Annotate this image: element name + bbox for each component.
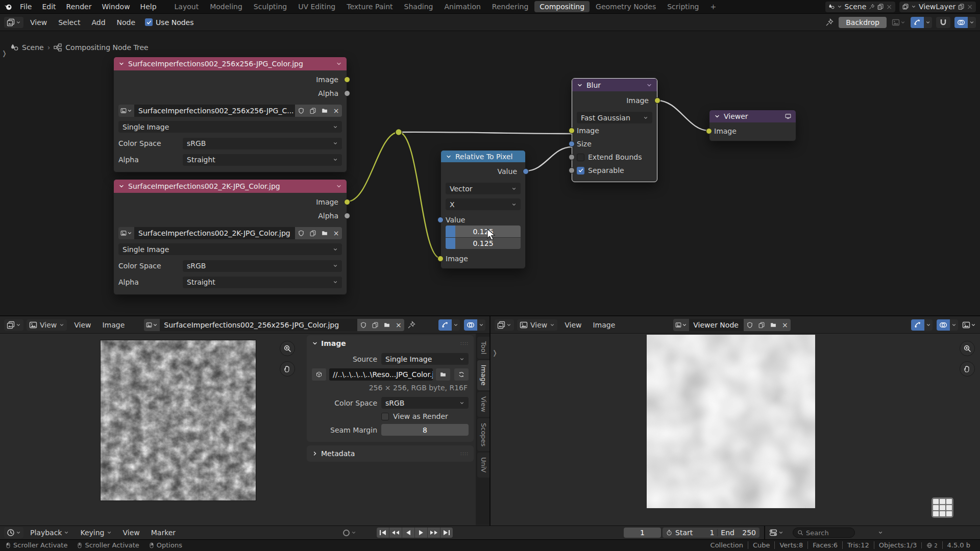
editor-type-button[interactable] xyxy=(495,319,514,331)
auto-key-button[interactable] xyxy=(343,530,356,536)
value-x-slider[interactable]: 0.125 xyxy=(446,226,521,237)
chevron-down-icon[interactable] xyxy=(646,82,652,88)
display-mode-dropdown[interactable]: View xyxy=(517,319,557,331)
fake-user-button[interactable] xyxy=(744,319,755,331)
properties-editor-button[interactable] xyxy=(769,529,783,537)
editor-type-button[interactable] xyxy=(4,527,23,538)
axis-dropdown[interactable]: X xyxy=(446,198,521,210)
image-node-2k[interactable]: SurfaceImperfections002_2K-JPG_Color.jpg… xyxy=(113,179,347,295)
input-socket-size[interactable] xyxy=(569,141,575,147)
menu-marker[interactable]: Marker xyxy=(146,528,180,538)
collapse-chevron-icon[interactable] xyxy=(118,183,125,189)
viewer-node[interactable]: Viewer Image xyxy=(709,110,796,141)
menu-view[interactable]: View xyxy=(118,528,144,538)
mode-dropdown[interactable]: Vector xyxy=(446,183,521,194)
input-socket-extend-bounds[interactable] xyxy=(569,154,575,160)
pan-button[interactable] xyxy=(960,361,975,377)
collapse-chevron-icon[interactable] xyxy=(714,113,720,119)
menu-edit[interactable]: Edit xyxy=(37,2,60,12)
menu-render[interactable]: Render xyxy=(62,2,96,12)
separable-checkbox[interactable] xyxy=(577,167,584,174)
open-button[interactable] xyxy=(767,319,779,331)
unlink-button[interactable]: × xyxy=(393,319,404,331)
image-datablock[interactable]: SurfaceImperfections002_256x256-JPG_Colo… xyxy=(144,319,404,331)
menu-image[interactable]: Image xyxy=(98,320,129,330)
menu-node[interactable]: Node xyxy=(112,17,140,28)
input-socket-separable[interactable] xyxy=(569,167,575,173)
datablock-name[interactable]: Viewer Node xyxy=(689,319,744,331)
tab-rendering[interactable]: Rendering xyxy=(487,1,534,12)
pin-icon[interactable] xyxy=(825,18,834,27)
filepath-field[interactable]: //..\..\..\..\..\Reso...JPG_Color.jpg xyxy=(329,368,433,381)
input-socket-image[interactable] xyxy=(569,128,575,134)
image-datablock[interactable]: SurfaceImperfections002_2K-JPG_Color.jpg… xyxy=(118,227,342,239)
chevron-down-icon[interactable] xyxy=(878,530,883,535)
jump-to-start-button[interactable] xyxy=(377,528,389,538)
image-pin-dropdown[interactable] xyxy=(962,321,976,329)
collapse-chevron-icon[interactable] xyxy=(577,82,583,88)
menu-view[interactable]: View xyxy=(26,17,52,28)
seam-margin-field[interactable]: 8 xyxy=(381,424,469,436)
fake-user-button[interactable] xyxy=(295,105,307,117)
copy-icon[interactable] xyxy=(877,4,884,10)
tab-modeling[interactable]: Modeling xyxy=(205,1,248,12)
editor-type-button[interactable] xyxy=(4,17,23,28)
filter-type-dropdown[interactable]: Fast Gaussian xyxy=(577,112,652,123)
pan-button[interactable] xyxy=(280,361,295,377)
menu-playback[interactable]: Playback xyxy=(26,528,74,538)
pack-button[interactable] xyxy=(312,368,326,381)
drag-handle-icon[interactable]: :::: xyxy=(460,451,469,456)
value-y-slider[interactable]: 0.125 xyxy=(446,237,521,249)
tab-shading[interactable]: Shading xyxy=(399,1,438,12)
tab-uv-editing[interactable]: UV Editing xyxy=(293,1,340,12)
prev-frame-button[interactable] xyxy=(402,528,414,538)
breadcrumb-scene[interactable]: Scene xyxy=(22,43,44,52)
snapping-toggle[interactable] xyxy=(936,17,950,28)
input-socket-image[interactable] xyxy=(706,128,712,134)
open-button[interactable] xyxy=(381,319,393,331)
start-frame-field[interactable]: 1 xyxy=(696,529,714,537)
current-frame-field[interactable]: 1 xyxy=(624,528,661,538)
zoom-button[interactable] xyxy=(280,341,295,356)
source-dropdown[interactable]: Single Image xyxy=(118,121,342,133)
collapse-chevron-icon[interactable] xyxy=(446,154,452,160)
relative-to-pixel-node[interactable]: Relative To Pixel Value Vector X Value 0… xyxy=(440,150,526,269)
jump-to-end-button[interactable] xyxy=(440,528,453,538)
unlink-button[interactable]: × xyxy=(779,319,791,331)
play-button[interactable] xyxy=(415,528,427,538)
fake-user-button[interactable] xyxy=(357,319,369,331)
unlink-button[interactable]: × xyxy=(330,105,342,117)
gizmos-toggle[interactable] xyxy=(438,319,460,331)
node-editor-canvas[interactable]: ❭ Scene › Compositing Node Tree SurfaceI… xyxy=(0,31,980,316)
input-socket-image[interactable] xyxy=(437,256,444,262)
display-mode-dropdown[interactable]: View xyxy=(27,319,67,331)
duplicate-button[interactable] xyxy=(369,319,381,331)
tab-sculpting[interactable]: Sculpting xyxy=(249,1,292,12)
gizmos-toggle[interactable] xyxy=(911,319,933,331)
use-nodes-toggle[interactable]: Use Nodes xyxy=(145,18,193,27)
tab-scripting[interactable]: Scripting xyxy=(662,1,704,12)
overlays-toggle[interactable] xyxy=(937,319,958,331)
open-button[interactable] xyxy=(318,227,330,239)
sidebar-expand-arrow[interactable]: ❭ xyxy=(492,349,498,357)
image-datablock[interactable]: SurfaceImperfections002_256x256-JPG_C...… xyxy=(118,105,342,117)
blur-node[interactable]: Blur Image Fast Gaussian Image Size Exte… xyxy=(572,78,657,182)
tab-view[interactable]: View xyxy=(477,392,489,417)
add-workspace-button[interactable]: + xyxy=(705,1,721,12)
image-editor-left[interactable]: View View Image SurfaceImperfections002_… xyxy=(0,316,491,525)
menu-view[interactable]: View xyxy=(70,320,95,330)
tab-geometry-nodes[interactable]: Geometry Nodes xyxy=(591,1,661,12)
tab-animation[interactable]: Animation xyxy=(439,1,485,12)
next-keyframe-button[interactable] xyxy=(428,528,440,538)
input-socket-value[interactable] xyxy=(437,217,444,223)
datablock-name[interactable]: SurfaceImperfections002_256x256-JPG_C... xyxy=(134,105,295,117)
tab-texture-paint[interactable]: Texture Paint xyxy=(341,1,398,12)
image-node-256[interactable]: SurfaceImperfections002_256x256-JPG_Colo… xyxy=(113,57,347,172)
duplicate-button[interactable] xyxy=(307,105,318,117)
output-socket-image[interactable] xyxy=(344,77,350,83)
collapse-chevron-icon[interactable] xyxy=(118,61,125,67)
tab-layout[interactable]: Layout xyxy=(169,1,204,12)
reroute-node[interactable] xyxy=(396,129,402,136)
metadata-panel[interactable]: Metadata :::: xyxy=(307,445,474,462)
tab-scopes[interactable]: Scopes xyxy=(477,418,489,451)
